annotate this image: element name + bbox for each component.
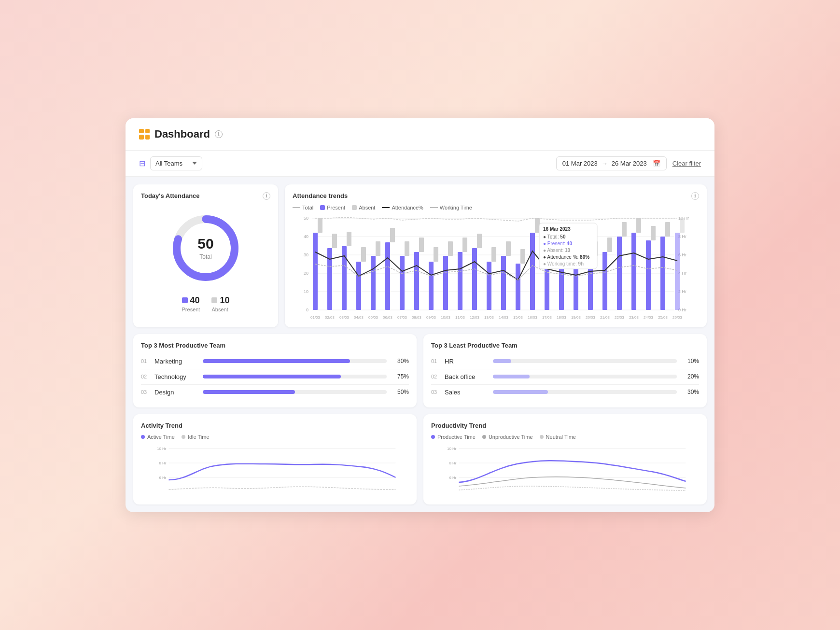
- svg-text:8 Hr: 8 Hr: [159, 461, 166, 465]
- trends-legend: Total Present Absent Attendance%: [293, 205, 699, 210]
- svg-rect-26: [356, 262, 361, 310]
- bar-wrap: [493, 359, 677, 363]
- svg-text:● Absent: 10: ● Absent: 10: [543, 248, 571, 253]
- trends-info-icon[interactable]: ℹ: [691, 192, 699, 200]
- svg-rect-29: [376, 241, 380, 256]
- attendance-info-icon[interactable]: ℹ: [263, 192, 270, 200]
- svg-text:30: 30: [304, 252, 308, 257]
- svg-text:26/03: 26/03: [672, 315, 683, 320]
- svg-rect-43: [477, 234, 482, 248]
- row2: Top 3 Most Productive Team 01 Marketing …: [133, 334, 707, 407]
- tl-present: Present: [320, 205, 345, 210]
- svg-rect-25: [347, 232, 351, 246]
- productivity-trend-title: Productivity Trend: [431, 422, 486, 429]
- bar-wrap: [493, 390, 677, 394]
- app-logo: [139, 129, 150, 140]
- top3-least-title: Top 3 Least Productive Team: [431, 342, 518, 349]
- top3-least-header: Top 3 Least Productive Team: [431, 342, 699, 349]
- donut-container: 50 Total 40 Present: [141, 205, 270, 312]
- top3-most-title: Top 3 Most Productive Team: [141, 342, 225, 349]
- calendar-icon[interactable]: 📅: [653, 160, 660, 167]
- svg-text:0: 0: [306, 308, 308, 312]
- svg-rect-68: [660, 237, 665, 310]
- tl-absent-box: [352, 205, 357, 210]
- header-info-icon[interactable]: ℹ: [215, 130, 223, 138]
- bar-wrap: [203, 390, 387, 394]
- svg-rect-23: [332, 234, 337, 248]
- svg-text:8 Hr: 8 Hr: [449, 461, 456, 465]
- svg-text:23/03: 23/03: [629, 315, 639, 320]
- svg-rect-49: [520, 249, 525, 264]
- productive-dot: [431, 435, 435, 439]
- productivity-trend-header: Productivity Trend: [431, 422, 699, 429]
- svg-rect-66: [646, 240, 651, 310]
- svg-text:25/03: 25/03: [658, 315, 668, 320]
- donut-center: 50 Total: [197, 236, 213, 261]
- svg-text:06/03: 06/03: [383, 315, 393, 320]
- top3-most-header: Top 3 Most Productive Team: [141, 342, 409, 349]
- date-range[interactable]: 01 Mar 2023 → 26 Mar 2023 📅: [556, 156, 667, 170]
- bar-chart-wrap: 50 40 30 20 10 0 10 Hr 8 Hr 6 Hr 4 Hr 2 …: [293, 213, 699, 320]
- svg-rect-50: [530, 233, 535, 310]
- row1: Today's Attendance ℹ 50 Total: [133, 184, 707, 327]
- svg-text:24/03: 24/03: [644, 315, 654, 320]
- svg-text:20/03: 20/03: [586, 315, 596, 320]
- svg-text:01/03: 01/03: [310, 315, 321, 320]
- svg-rect-20: [313, 233, 318, 310]
- tl-unproductive: Unproductive Time: [482, 434, 533, 440]
- svg-rect-22: [327, 248, 332, 310]
- svg-text:6 Hr: 6 Hr: [159, 476, 166, 480]
- svg-text:14/03: 14/03: [499, 315, 509, 320]
- idle-dot: [182, 435, 185, 439]
- svg-text:15/03: 15/03: [513, 315, 523, 320]
- tl-neutral: Neutral Time: [540, 434, 576, 440]
- svg-rect-41: [462, 238, 467, 252]
- productivity-trend-card: Productivity Trend Productive Time Unpro…: [423, 414, 707, 504]
- trends-card: Attendance trends ℹ Total Present Absent: [285, 184, 707, 327]
- svg-rect-60: [602, 252, 607, 310]
- svg-rect-21: [318, 218, 322, 233]
- productivity-svg: 10 Hr 8 Hr 6 Hr: [431, 444, 699, 497]
- dashboard-wrapper: Dashboard ℹ ⊟ All Teams Marketing Techno…: [126, 118, 714, 512]
- svg-rect-44: [487, 262, 491, 310]
- tl-active: Active Time: [141, 434, 175, 440]
- svg-rect-64: [631, 233, 636, 310]
- main-content: Today's Attendance ℹ 50 Total: [126, 177, 714, 512]
- tl-attendance-line: [382, 207, 390, 208]
- svg-rect-35: [419, 238, 424, 252]
- legend-present: 40 Present: [182, 295, 200, 312]
- clear-filter-button[interactable]: Clear filter: [672, 160, 701, 167]
- activity-trend-header: Activity Trend: [141, 422, 409, 429]
- tl-worktime: Working Time: [430, 205, 472, 210]
- attendance-card-header: Today's Attendance ℹ: [141, 192, 270, 200]
- activity-trend-card: Activity Trend Active Time Idle Time: [133, 414, 417, 504]
- tl-present-box: [320, 205, 325, 210]
- bar-fill: [203, 359, 350, 363]
- bar-fill: [203, 390, 295, 394]
- svg-rect-62: [617, 237, 622, 310]
- svg-text:40: 40: [304, 234, 308, 239]
- svg-text:05/03: 05/03: [368, 315, 378, 320]
- list-item: 01 HR 10%: [431, 354, 699, 369]
- svg-rect-36: [429, 262, 434, 310]
- svg-rect-34: [414, 252, 419, 310]
- filter-bar: ⊟ All Teams Marketing Technology Design …: [126, 151, 714, 177]
- svg-text:09/03: 09/03: [426, 315, 436, 320]
- date-end: 26 Mar 2023: [612, 160, 647, 167]
- present-label: Present: [182, 307, 200, 312]
- tl-attendance: Attendance%: [382, 205, 423, 210]
- donut-label: Total: [199, 253, 211, 260]
- donut-chart: 50 Total: [167, 210, 244, 287]
- svg-rect-31: [390, 228, 395, 242]
- donut-total: 50: [197, 236, 213, 252]
- team-select[interactable]: All Teams Marketing Technology Design HR…: [150, 156, 202, 170]
- list-item: 03 Design 50%: [141, 385, 409, 400]
- svg-text:02/03: 02/03: [325, 315, 335, 320]
- svg-rect-48: [516, 264, 520, 310]
- svg-rect-40: [458, 252, 462, 310]
- tl-total: Total: [293, 205, 313, 210]
- active-dot: [141, 435, 145, 439]
- row3: Activity Trend Active Time Idle Time: [133, 414, 707, 504]
- svg-text:11/03: 11/03: [455, 315, 465, 320]
- neutral-dot: [540, 435, 544, 439]
